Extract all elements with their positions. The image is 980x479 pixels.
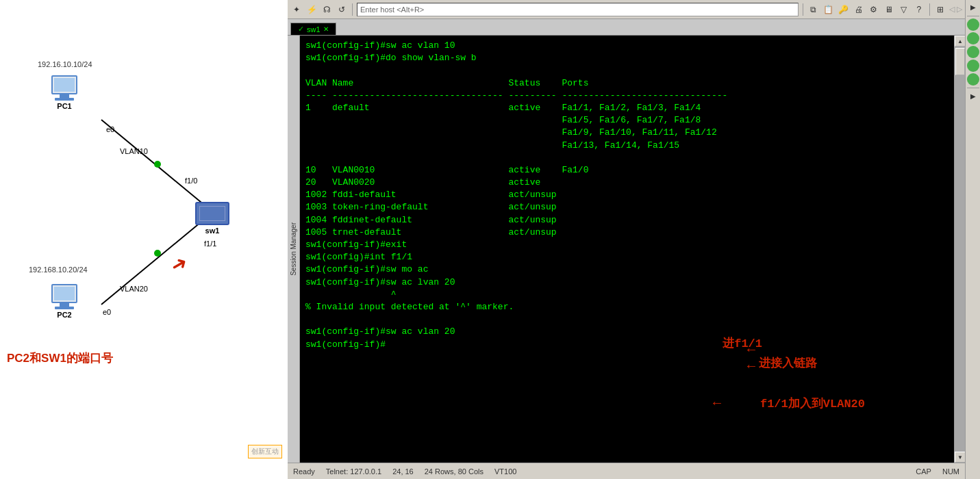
annotation-port: PC2和SW1的端口号 — [7, 350, 113, 366]
svg-line-1 — [101, 216, 209, 305]
toolbar-filter-icon[interactable]: ▽ — [898, 3, 910, 16]
tab-bar: ✓ sw1 ✕ — [288, 19, 965, 36]
ip-top: 192.16.10.10/24 — [38, 60, 92, 68]
scroll-down-btn[interactable]: ▼ — [955, 452, 965, 463]
toolbar: ✦ ⚡ ☊ ↺ ⧉ 📋 🔑 🖨 ⚙ 🖥 ▽ ? ⊞ ◁ ▷ — [288, 0, 965, 19]
toolbar-help-icon[interactable]: ? — [913, 3, 925, 16]
watermark: 创新互动 — [248, 445, 282, 458]
terminal-wrapper: Session Manager sw1(config-if)#sw ac vla… — [288, 36, 965, 463]
toolbar-settings-icon[interactable]: ⚙ — [868, 3, 880, 16]
pc2-icon: PC2 — [51, 284, 77, 319]
status-telnet: Telnet: 127.0.0.1 — [326, 467, 381, 476]
toolbar-icon-3[interactable]: ☊ — [321, 3, 333, 16]
toolbar-sep-1 — [352, 3, 353, 16]
vlan10-label: VLAN10 — [120, 147, 148, 155]
green-btn-5[interactable] — [967, 73, 979, 86]
arrow-f1-1: ➜ — [166, 250, 191, 278]
toolbar-copy-icon[interactable]: ⧉ — [807, 3, 820, 16]
session-manager-label: Session Manager — [290, 222, 297, 276]
arrow-to-vlan20: ← — [713, 396, 721, 411]
ip-bottom: 192.168.10.20/24 — [29, 266, 88, 274]
toolbar-icon-2[interactable]: ⚡ — [305, 3, 318, 16]
toolbar-sep-2 — [803, 3, 803, 16]
toolbar-extra-icon[interactable]: ⊞ — [934, 3, 946, 16]
green-btn-2[interactable] — [967, 32, 979, 44]
arrow-to-mo: ← — [747, 359, 755, 374]
scroll-up-btn[interactable]: ▲ — [955, 36, 965, 47]
status-ready: Ready — [293, 467, 315, 476]
toolbar-nav-arrows: ◁ ▷ — [949, 5, 962, 14]
terminal-scrollbar[interactable]: ▲ ▼ — [954, 36, 965, 463]
status-bar: Ready Telnet: 127.0.0.1 24, 16 24 Rows, … — [288, 463, 965, 479]
toolbar-icon-4[interactable]: ↺ — [336, 3, 348, 16]
svg-point-2 — [154, 161, 161, 168]
arrow-right-btn-2[interactable]: ▶ — [967, 90, 979, 103]
network-lines — [0, 0, 288, 479]
toolbar-icon-1[interactable]: ✦ — [290, 3, 303, 16]
annotation-access: 进接入链路 — [759, 355, 817, 371]
network-diagram-panel: 192.16.10.10/24 PC1 e0 VLAN10 f1/0 — [0, 0, 288, 479]
terminal-output[interactable]: sw1(config-if)#sw ac vlan 10 sw1(config-… — [300, 36, 954, 463]
arrow-right-btn[interactable]: ▶ — [967, 1, 979, 14]
terminal-text: sw1(config-if)#sw ac vlan 10 sw1(config-… — [305, 40, 948, 351]
tab-close-btn[interactable]: ✕ — [323, 25, 329, 33]
status-terminal-type: VT100 — [494, 467, 516, 476]
green-btn-3[interactable] — [967, 46, 979, 58]
right-buttons-panel: ▶ ▶ — [965, 0, 980, 479]
scrollbar-thumb[interactable] — [955, 48, 965, 75]
f1-1-label: f1/1 — [204, 240, 216, 248]
status-num: NUM — [942, 467, 959, 476]
green-btn-4[interactable] — [967, 60, 979, 72]
f1-0-label: f1/0 — [185, 177, 197, 185]
status-position: 24, 16 — [392, 467, 414, 476]
tab-sw1[interactable]: ✓ sw1 ✕ — [290, 23, 336, 35]
toolbar-print-icon[interactable]: 🖨 — [853, 3, 865, 16]
green-btn-1[interactable] — [967, 18, 979, 31]
toolbar-key-icon[interactable]: 🔑 — [838, 3, 850, 16]
scrollbar-track[interactable] — [955, 47, 965, 452]
terminal-panel: ✦ ⚡ ☊ ↺ ⧉ 📋 🔑 🖨 ⚙ 🖥 ▽ ? ⊞ ◁ ▷ ✓ sw1 ✕ Se… — [288, 0, 965, 479]
svg-line-0 — [101, 120, 209, 209]
session-manager-sidebar[interactable]: Session Manager — [288, 36, 300, 463]
toolbar-sep-3 — [929, 3, 930, 16]
network-canvas: 192.16.10.10/24 PC1 e0 VLAN10 f1/0 — [0, 0, 288, 479]
e0-top-label: e0 — [106, 125, 114, 133]
status-dimensions: 24 Rows, 80 Cols — [425, 467, 483, 476]
svg-point-3 — [154, 250, 161, 257]
e0-bottom-label: e0 — [103, 308, 111, 316]
sw1-icon: sw1 — [195, 202, 229, 235]
host-input[interactable] — [357, 3, 799, 16]
pc1-icon: PC1 — [51, 75, 77, 110]
vlan20-label: VLAN20 — [120, 285, 148, 293]
annotation-vlan20: f1/1加入到VLAN20 — [760, 396, 865, 411]
toolbar-monitor-icon[interactable]: 🖥 — [883, 3, 895, 16]
toolbar-paste-icon[interactable]: 📋 — [822, 3, 835, 16]
status-caps: CAP — [916, 467, 931, 476]
